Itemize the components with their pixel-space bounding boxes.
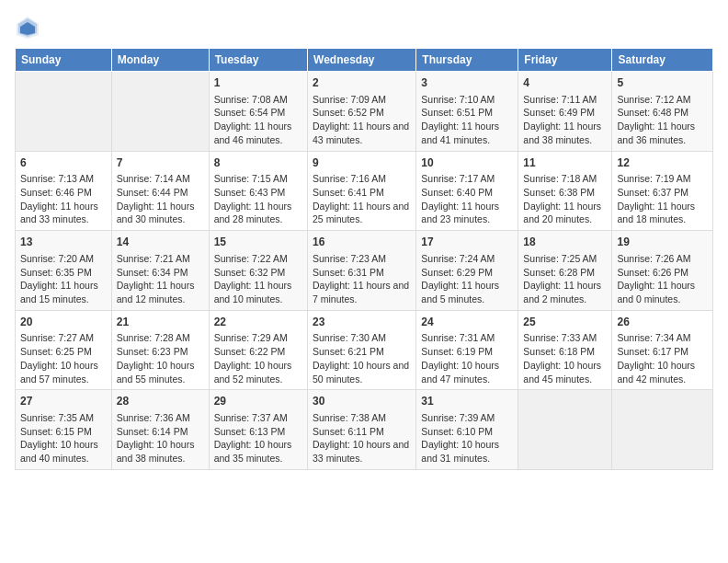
calendar-cell: 10Sunrise: 7:17 AM Sunset: 6:40 PM Dayli… bbox=[416, 151, 518, 231]
calendar-cell: 23Sunrise: 7:30 AM Sunset: 6:21 PM Dayli… bbox=[308, 310, 416, 390]
day-number: 19 bbox=[617, 235, 708, 250]
calendar-cell: 11Sunrise: 7:18 AM Sunset: 6:38 PM Dayli… bbox=[518, 151, 612, 231]
day-info: Sunrise: 7:22 AM Sunset: 6:32 PM Dayligh… bbox=[214, 252, 302, 306]
calendar-body: 1Sunrise: 7:08 AM Sunset: 6:54 PM Daylig… bbox=[16, 72, 713, 470]
day-info: Sunrise: 7:10 AM Sunset: 6:51 PM Dayligh… bbox=[421, 93, 513, 147]
day-number: 20 bbox=[20, 315, 107, 330]
day-number: 13 bbox=[20, 235, 107, 250]
header-day: Sunday bbox=[16, 49, 112, 72]
day-number: 26 bbox=[617, 315, 708, 330]
day-info: Sunrise: 7:12 AM Sunset: 6:48 PM Dayligh… bbox=[617, 93, 708, 147]
day-number: 15 bbox=[214, 235, 302, 250]
logo bbox=[15, 15, 44, 40]
day-number: 1 bbox=[214, 75, 302, 91]
calendar-cell: 1Sunrise: 7:08 AM Sunset: 6:54 PM Daylig… bbox=[209, 72, 307, 152]
day-number: 8 bbox=[214, 155, 302, 171]
calendar-cell: 7Sunrise: 7:14 AM Sunset: 6:44 PM Daylig… bbox=[111, 151, 209, 231]
header-day: Saturday bbox=[612, 49, 713, 72]
day-number: 14 bbox=[117, 235, 204, 250]
day-number: 21 bbox=[117, 315, 204, 330]
calendar-cell: 8Sunrise: 7:15 AM Sunset: 6:43 PM Daylig… bbox=[209, 151, 307, 231]
day-info: Sunrise: 7:24 AM Sunset: 6:29 PM Dayligh… bbox=[421, 252, 513, 306]
calendar-cell: 26Sunrise: 7:34 AM Sunset: 6:17 PM Dayli… bbox=[612, 310, 713, 390]
day-number: 10 bbox=[421, 155, 513, 171]
day-info: Sunrise: 7:17 AM Sunset: 6:40 PM Dayligh… bbox=[421, 172, 513, 226]
page-header bbox=[15, 15, 713, 40]
day-info: Sunrise: 7:27 AM Sunset: 6:25 PM Dayligh… bbox=[20, 331, 107, 385]
day-info: Sunrise: 7:39 AM Sunset: 6:10 PM Dayligh… bbox=[421, 411, 513, 465]
header-day: Tuesday bbox=[209, 49, 307, 72]
day-number: 27 bbox=[20, 394, 107, 409]
day-info: Sunrise: 7:08 AM Sunset: 6:54 PM Dayligh… bbox=[214, 93, 302, 147]
day-number: 2 bbox=[313, 75, 411, 91]
calendar-cell: 28Sunrise: 7:36 AM Sunset: 6:14 PM Dayli… bbox=[111, 390, 209, 470]
header-day: Monday bbox=[111, 49, 209, 72]
day-info: Sunrise: 7:35 AM Sunset: 6:15 PM Dayligh… bbox=[20, 411, 107, 465]
calendar-cell: 27Sunrise: 7:35 AM Sunset: 6:15 PM Dayli… bbox=[16, 390, 112, 470]
day-info: Sunrise: 7:14 AM Sunset: 6:44 PM Dayligh… bbox=[117, 172, 204, 226]
calendar-cell: 17Sunrise: 7:24 AM Sunset: 6:29 PM Dayli… bbox=[416, 231, 518, 311]
day-info: Sunrise: 7:16 AM Sunset: 6:41 PM Dayligh… bbox=[313, 172, 411, 226]
day-info: Sunrise: 7:19 AM Sunset: 6:37 PM Dayligh… bbox=[617, 172, 708, 226]
day-number: 25 bbox=[523, 315, 607, 330]
calendar-header: SundayMondayTuesdayWednesdayThursdayFrid… bbox=[16, 49, 713, 72]
day-number: 16 bbox=[313, 235, 411, 250]
day-info: Sunrise: 7:28 AM Sunset: 6:23 PM Dayligh… bbox=[117, 331, 204, 385]
day-number: 28 bbox=[117, 394, 204, 409]
calendar-cell: 5Sunrise: 7:12 AM Sunset: 6:48 PM Daylig… bbox=[612, 72, 713, 152]
day-number: 22 bbox=[214, 315, 302, 330]
day-info: Sunrise: 7:18 AM Sunset: 6:38 PM Dayligh… bbox=[523, 172, 607, 226]
day-number: 3 bbox=[421, 75, 513, 91]
day-number: 4 bbox=[523, 75, 607, 91]
day-info: Sunrise: 7:25 AM Sunset: 6:28 PM Dayligh… bbox=[523, 252, 607, 306]
day-number: 31 bbox=[421, 394, 513, 409]
calendar-week-row: 1Sunrise: 7:08 AM Sunset: 6:54 PM Daylig… bbox=[16, 72, 713, 152]
logo-icon bbox=[15, 15, 40, 40]
calendar-week-row: 20Sunrise: 7:27 AM Sunset: 6:25 PM Dayli… bbox=[16, 310, 713, 390]
calendar-cell: 14Sunrise: 7:21 AM Sunset: 6:34 PM Dayli… bbox=[111, 231, 209, 311]
calendar-week-row: 27Sunrise: 7:35 AM Sunset: 6:15 PM Dayli… bbox=[16, 390, 713, 470]
calendar-cell: 13Sunrise: 7:20 AM Sunset: 6:35 PM Dayli… bbox=[16, 231, 112, 311]
day-info: Sunrise: 7:33 AM Sunset: 6:18 PM Dayligh… bbox=[523, 331, 607, 385]
calendar-cell bbox=[518, 390, 612, 470]
calendar-cell: 9Sunrise: 7:16 AM Sunset: 6:41 PM Daylig… bbox=[308, 151, 416, 231]
calendar-cell: 3Sunrise: 7:10 AM Sunset: 6:51 PM Daylig… bbox=[416, 72, 518, 152]
header-day: Thursday bbox=[416, 49, 518, 72]
calendar-cell: 20Sunrise: 7:27 AM Sunset: 6:25 PM Dayli… bbox=[16, 310, 112, 390]
calendar-cell: 15Sunrise: 7:22 AM Sunset: 6:32 PM Dayli… bbox=[209, 231, 307, 311]
calendar-cell: 29Sunrise: 7:37 AM Sunset: 6:13 PM Dayli… bbox=[209, 390, 307, 470]
calendar-cell: 2Sunrise: 7:09 AM Sunset: 6:52 PM Daylig… bbox=[308, 72, 416, 152]
calendar-cell: 31Sunrise: 7:39 AM Sunset: 6:10 PM Dayli… bbox=[416, 390, 518, 470]
header-row: SundayMondayTuesdayWednesdayThursdayFrid… bbox=[16, 49, 713, 72]
calendar-cell: 19Sunrise: 7:26 AM Sunset: 6:26 PM Dayli… bbox=[612, 231, 713, 311]
calendar-cell: 24Sunrise: 7:31 AM Sunset: 6:19 PM Dayli… bbox=[416, 310, 518, 390]
day-info: Sunrise: 7:20 AM Sunset: 6:35 PM Dayligh… bbox=[20, 252, 107, 306]
calendar-week-row: 6Sunrise: 7:13 AM Sunset: 6:46 PM Daylig… bbox=[16, 151, 713, 231]
day-info: Sunrise: 7:21 AM Sunset: 6:34 PM Dayligh… bbox=[117, 252, 204, 306]
day-number: 23 bbox=[313, 315, 411, 330]
calendar-cell: 16Sunrise: 7:23 AM Sunset: 6:31 PM Dayli… bbox=[308, 231, 416, 311]
day-info: Sunrise: 7:36 AM Sunset: 6:14 PM Dayligh… bbox=[117, 411, 204, 465]
calendar-cell bbox=[111, 72, 209, 152]
calendar-cell: 12Sunrise: 7:19 AM Sunset: 6:37 PM Dayli… bbox=[612, 151, 713, 231]
calendar-cell: 21Sunrise: 7:28 AM Sunset: 6:23 PM Dayli… bbox=[111, 310, 209, 390]
day-info: Sunrise: 7:29 AM Sunset: 6:22 PM Dayligh… bbox=[214, 331, 302, 385]
day-info: Sunrise: 7:37 AM Sunset: 6:13 PM Dayligh… bbox=[214, 411, 302, 465]
day-number: 24 bbox=[421, 315, 513, 330]
day-number: 17 bbox=[421, 235, 513, 250]
calendar-table: SundayMondayTuesdayWednesdayThursdayFrid… bbox=[15, 48, 713, 470]
calendar-cell: 4Sunrise: 7:11 AM Sunset: 6:49 PM Daylig… bbox=[518, 72, 612, 152]
calendar-week-row: 13Sunrise: 7:20 AM Sunset: 6:35 PM Dayli… bbox=[16, 231, 713, 311]
day-info: Sunrise: 7:13 AM Sunset: 6:46 PM Dayligh… bbox=[20, 172, 107, 226]
header-day: Wednesday bbox=[308, 49, 416, 72]
calendar-cell: 6Sunrise: 7:13 AM Sunset: 6:46 PM Daylig… bbox=[16, 151, 112, 231]
day-info: Sunrise: 7:38 AM Sunset: 6:11 PM Dayligh… bbox=[313, 411, 411, 465]
header-day: Friday bbox=[518, 49, 612, 72]
day-number: 18 bbox=[523, 235, 607, 250]
day-number: 9 bbox=[313, 155, 411, 171]
day-number: 29 bbox=[214, 394, 302, 409]
calendar-cell: 30Sunrise: 7:38 AM Sunset: 6:11 PM Dayli… bbox=[308, 390, 416, 470]
day-number: 7 bbox=[117, 155, 204, 171]
day-info: Sunrise: 7:34 AM Sunset: 6:17 PM Dayligh… bbox=[617, 331, 708, 385]
calendar-cell: 25Sunrise: 7:33 AM Sunset: 6:18 PM Dayli… bbox=[518, 310, 612, 390]
